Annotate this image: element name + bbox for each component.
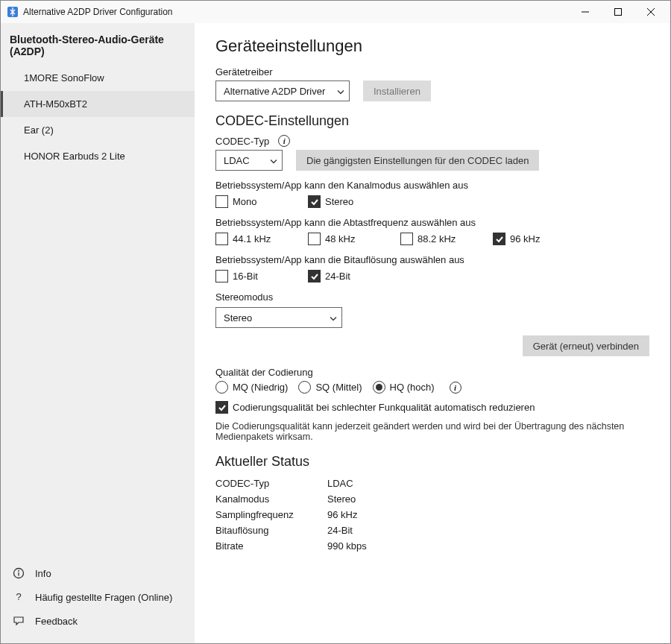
device-item[interactable]: ATH-M50xBT2	[1, 91, 195, 117]
quality-mq-radio[interactable]: MQ (Niedrig)	[215, 381, 288, 394]
faq-label: Häufig gestellte Fragen (Online)	[35, 592, 172, 603]
stereo-checkbox[interactable]: Stereo	[308, 195, 375, 208]
page-title: Geräteeinstellungen	[215, 37, 649, 56]
sample-rate-label: Betriebssystem/App kann die Abtastfreque…	[215, 217, 649, 228]
status-row: Bitauflösung24-Bit	[215, 523, 649, 538]
minimize-button[interactable]	[569, 1, 602, 23]
mono-label: Mono	[233, 196, 257, 207]
bit16-checkbox[interactable]: 16-Bit	[215, 270, 283, 282]
help-icon: ?	[13, 591, 25, 603]
sidebar-header: Bluetooth-Stereo-Audio-Geräte (A2DP)	[1, 23, 195, 65]
bit-label: 16-Bit	[233, 271, 258, 282]
device-item[interactable]: HONOR Earbuds 2 Lite	[1, 143, 195, 169]
info-label: Info	[35, 568, 51, 579]
driver-select-value: Alternative A2DP Driver	[224, 86, 325, 97]
stereo-mode-label: Stereomodus	[215, 291, 649, 303]
chevron-down-icon	[330, 312, 337, 323]
rate-96-checkbox[interactable]: 96 kHz	[493, 233, 560, 245]
maximize-button[interactable]	[602, 1, 634, 23]
main-panel: Geräteeinstellungen Gerätetreiber Altern…	[195, 23, 670, 643]
status-title: Aktueller Status	[215, 454, 649, 470]
rate-label: 88.2 kHz	[418, 233, 456, 244]
info-icon	[13, 567, 25, 579]
bit24-checkbox[interactable]: 24-Bit	[308, 270, 375, 282]
faq-link[interactable]: ? Häufig gestellte Fragen (Online)	[1, 585, 195, 609]
status-row: Samplingfrequenz96 kHz	[215, 507, 649, 523]
sidebar: Bluetooth-Stereo-Audio-Geräte (A2DP) 1MO…	[1, 23, 195, 643]
codec-settings-title: CODEC-Einstellungen	[215, 113, 649, 129]
quality-note: Die Codierungsqualität kann jederzeit ge…	[215, 421, 649, 442]
quality-label-text: MQ (Niedrig)	[233, 382, 288, 393]
stereo-mode-select[interactable]: Stereo	[215, 307, 342, 328]
auto-reduce-label: Codierungsqualität bei schlechter Funkqu…	[233, 402, 535, 413]
info-link[interactable]: Info	[1, 561, 195, 585]
svg-text:?: ?	[16, 591, 21, 602]
feedback-label: Feedback	[35, 616, 78, 627]
chevron-down-icon	[337, 86, 344, 97]
rate-44-checkbox[interactable]: 44.1 kHz	[215, 233, 283, 245]
feedback-link[interactable]: Feedback	[1, 609, 195, 633]
chevron-down-icon	[270, 155, 277, 166]
svg-point-6	[18, 570, 19, 572]
codec-type-label: CODEC-Typ	[215, 136, 269, 147]
quality-sq-radio[interactable]: SQ (Mittel)	[298, 381, 362, 394]
bit-label: 24-Bit	[325, 271, 350, 282]
info-icon[interactable]: i	[450, 382, 461, 394]
rate-label: 44.1 kHz	[233, 233, 271, 244]
rate-label: 96 kHz	[510, 233, 540, 244]
bit-depth-label: Betriebssystem/App kann die Bitauflösung…	[215, 254, 649, 265]
quality-label: Qualität der Codierung	[215, 367, 649, 378]
rate-88-checkbox[interactable]: 88.2 kHz	[400, 233, 467, 245]
titlebar: Alternative A2DP Driver Configuration	[1, 1, 670, 23]
stereo-label: Stereo	[325, 196, 353, 207]
device-item[interactable]: Ear (2)	[1, 117, 195, 143]
info-icon[interactable]: i	[278, 135, 290, 147]
device-item[interactable]: 1MORE SonoFlow	[1, 65, 195, 91]
stereo-mode-value: Stereo	[224, 312, 252, 323]
rate-48-checkbox[interactable]: 48 kHz	[308, 233, 375, 245]
driver-select[interactable]: Alternative A2DP Driver	[215, 80, 350, 101]
quality-label-text: SQ (Mittel)	[315, 382, 362, 393]
close-button[interactable]	[634, 1, 667, 23]
auto-reduce-checkbox[interactable]: Codierungsqualität bei schlechter Funkqu…	[215, 401, 535, 414]
app-icon	[7, 6, 19, 18]
device-list: 1MORE SonoFlow ATH-M50xBT2 Ear (2) HONOR…	[1, 65, 195, 169]
driver-label: Gerätetreiber	[215, 66, 649, 78]
window-title: Alternative A2DP Driver Configuration	[23, 7, 173, 17]
install-button[interactable]: Installieren	[363, 80, 431, 101]
quality-label-text: HQ (hoch)	[390, 382, 435, 393]
codec-type-value: LDAC	[224, 155, 250, 166]
feedback-icon	[13, 615, 25, 627]
load-codec-defaults-button[interactable]: Die gängigsten Einstellungen für den COD…	[296, 150, 539, 171]
svg-rect-2	[615, 9, 622, 16]
status-table: CODEC-TypLDAC KanalmodusStereo Samplingf…	[215, 476, 649, 554]
rate-label: 48 kHz	[325, 233, 355, 244]
reconnect-button[interactable]: Gerät (erneut) verbinden	[523, 335, 649, 356]
quality-hq-radio[interactable]: HQ (hoch)	[373, 381, 435, 394]
codec-type-select[interactable]: LDAC	[215, 150, 283, 171]
mono-checkbox[interactable]: Mono	[215, 195, 283, 208]
status-row: KanalmodusStereo	[215, 491, 649, 507]
status-row: CODEC-TypLDAC	[215, 476, 649, 491]
status-row: Bitrate990 kbps	[215, 538, 649, 554]
channel-mode-label: Betriebssystem/App kann den Kanalmodus a…	[215, 180, 649, 191]
